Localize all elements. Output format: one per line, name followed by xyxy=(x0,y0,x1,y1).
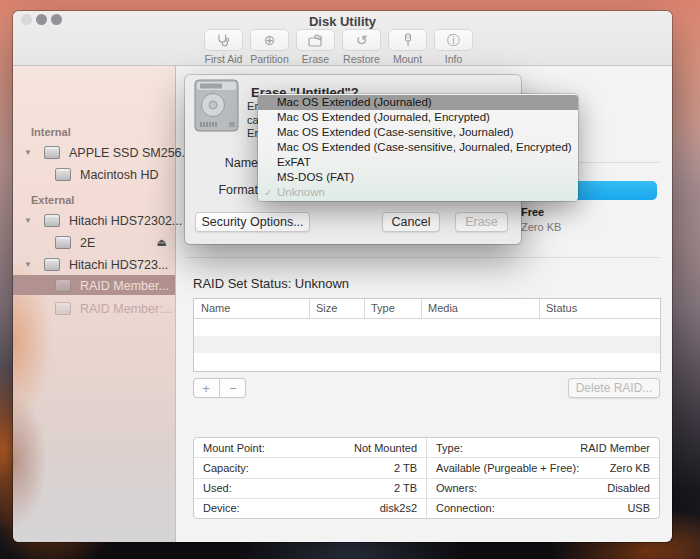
toolbar-label: Erase xyxy=(302,53,329,65)
sidebar-item-raid-member-selected[interactable]: RAID Member... xyxy=(13,276,175,295)
sidebar-item-label: Hitachi HDS723... xyxy=(69,258,168,272)
desktop: Disk Utility First Aid ⊕ Partition Er xyxy=(0,0,700,559)
info-row-used: Used: 2 TB xyxy=(194,479,426,499)
info-row-mount-point: Mount Point: Not Mounted xyxy=(194,438,426,458)
info-row-connection: Connection: USB xyxy=(427,499,659,518)
column-header-type: Type xyxy=(371,302,395,314)
disk-info-panel: Mount Point: Not Mounted Capacity: 2 TB … xyxy=(193,437,660,519)
erase-button[interactable]: Erase xyxy=(296,29,335,65)
menu-item-exfat[interactable]: ExFAT xyxy=(258,155,578,170)
sidebar-item-label: 2E xyxy=(80,236,95,250)
remove-raid-button[interactable]: − xyxy=(220,378,246,398)
info-label: Device: xyxy=(203,502,240,514)
column-header-status: Status xyxy=(546,302,577,314)
table-row xyxy=(194,336,660,353)
mount-plug-icon xyxy=(403,33,413,47)
table-row xyxy=(194,319,660,336)
menu-item-unknown[interactable]: ✓ Unknown xyxy=(258,185,578,200)
info-column-right: Type: RAID Member Available (Purgeable +… xyxy=(427,438,659,518)
toolbar-label: Info xyxy=(445,53,463,65)
mount-button[interactable]: Mount xyxy=(388,29,427,65)
column-header-media: Media xyxy=(428,302,458,314)
disk-utility-window: Disk Utility First Aid ⊕ Partition Er xyxy=(13,11,672,542)
eject-icon[interactable]: ⏏ xyxy=(157,236,167,249)
hard-drive-icon xyxy=(193,78,240,137)
sidebar-item-hitachi-2[interactable]: ▼ Hitachi HDS723... xyxy=(13,255,175,274)
info-column-left: Mount Point: Not Mounted Capacity: 2 TB … xyxy=(194,438,427,518)
menu-item-ms-dos-fat[interactable]: MS-DOS (FAT) xyxy=(258,170,578,185)
sidebar-item-label: RAID Member:... xyxy=(80,302,173,316)
info-label: Type: xyxy=(436,442,463,454)
menu-item-mac-os-extended-journaled[interactable]: Mac OS Extended (Journaled) xyxy=(258,95,578,110)
info-button[interactable]: ⓘ Info xyxy=(434,29,473,65)
info-value: Disabled xyxy=(607,482,650,494)
sidebar-item-hitachi-1[interactable]: ▼ Hitachi HDS72302... xyxy=(13,211,175,230)
toolbar: First Aid ⊕ Partition Erase ↺ Restore xyxy=(204,29,473,65)
info-value: 2 TB xyxy=(394,462,417,474)
format-field-label: Format xyxy=(185,183,258,197)
security-options-button[interactable]: Security Options... xyxy=(195,212,310,232)
volume-icon xyxy=(55,236,71,249)
sidebar-item-2e[interactable]: 2E ⏏ xyxy=(13,233,175,252)
info-label: Connection: xyxy=(436,502,495,514)
menu-item-mac-os-extended-journaled-encrypted[interactable]: Mac OS Extended (Journaled, Encrypted) xyxy=(258,110,578,125)
column-divider xyxy=(421,299,422,318)
raid-set-status: RAID Set Status: Unknown xyxy=(193,276,349,291)
info-row-capacity: Capacity: 2 TB xyxy=(194,458,426,478)
disclosure-triangle-icon[interactable]: ▼ xyxy=(24,216,32,225)
erase-confirm-button[interactable]: Erase xyxy=(455,212,508,232)
menu-item-mac-os-extended-case-sensitive[interactable]: Mac OS Extended (Case-sensitive, Journal… xyxy=(258,125,578,140)
sidebar-item-label: Hitachi HDS72302... xyxy=(69,214,182,228)
info-value: USB xyxy=(627,502,650,514)
volume-icon xyxy=(55,168,71,181)
info-value: Not Mounted xyxy=(354,442,417,454)
table-header: Name Size Type Media Status xyxy=(194,299,660,319)
sidebar: Internal ▼ APPLE SSD SM256... Macintosh … xyxy=(13,66,176,542)
cancel-button[interactable]: Cancel xyxy=(382,212,440,232)
add-raid-button[interactable]: + xyxy=(193,378,220,398)
table-row xyxy=(194,353,660,370)
toolbar-label: Restore xyxy=(343,53,380,65)
first-aid-button[interactable]: First Aid xyxy=(204,29,243,65)
erase-disk-icon xyxy=(308,34,323,47)
free-legend-label: Free xyxy=(521,206,544,218)
sidebar-item-raid-member-2[interactable]: RAID Member:... xyxy=(13,299,175,318)
menu-item-mac-os-extended-case-sensitive-encrypted[interactable]: Mac OS Extended (Case-sensitive, Journal… xyxy=(258,140,578,155)
format-dropdown-menu: Mac OS Extended (Journaled) Mac OS Exten… xyxy=(258,94,578,201)
volume-icon xyxy=(55,302,71,315)
disk-icon xyxy=(44,258,60,271)
checkmark-icon: ✓ xyxy=(264,185,272,200)
sidebar-section-internal: Internal xyxy=(31,126,71,138)
column-header-size: Size xyxy=(316,302,337,314)
column-divider xyxy=(309,299,310,318)
window-title: Disk Utility xyxy=(13,14,672,29)
volume-icon xyxy=(55,279,71,292)
info-row-owners: Owners: Disabled xyxy=(427,479,659,499)
restore-arrow-icon: ↺ xyxy=(356,33,368,47)
disclosure-triangle-icon[interactable]: ▼ xyxy=(24,260,32,269)
info-row-type: Type: RAID Member xyxy=(427,438,659,458)
partition-button[interactable]: ⊕ Partition xyxy=(250,29,289,65)
stethoscope-icon xyxy=(216,33,231,47)
delete-raid-button[interactable]: Delete RAID... xyxy=(568,378,660,398)
column-divider xyxy=(539,299,540,318)
info-label: Owners: xyxy=(436,482,477,494)
disclosure-triangle-icon[interactable]: ▼ xyxy=(24,148,32,157)
info-value: Zero KB xyxy=(610,462,650,474)
info-row-device: Device: disk2s2 xyxy=(194,499,426,518)
column-divider xyxy=(364,299,365,318)
toolbar-label: Mount xyxy=(393,53,422,65)
sidebar-item-apple-ssd[interactable]: ▼ APPLE SSD SM256... xyxy=(13,143,175,162)
add-remove-segmented-control: + − xyxy=(193,378,246,398)
sidebar-item-macintosh-hd[interactable]: Macintosh HD xyxy=(13,165,175,184)
column-header-name: Name xyxy=(201,302,230,314)
toolbar-label: First Aid xyxy=(205,53,243,65)
disk-icon xyxy=(44,214,60,227)
sidebar-item-label: Macintosh HD xyxy=(80,168,159,182)
info-value: disk2s2 xyxy=(380,502,417,514)
info-label: Capacity: xyxy=(203,462,249,474)
info-label: Mount Point: xyxy=(203,442,265,454)
info-value: RAID Member xyxy=(580,442,650,454)
restore-button[interactable]: ↺ Restore xyxy=(342,29,381,65)
raid-members-table[interactable]: Name Size Type Media Status xyxy=(193,298,661,372)
